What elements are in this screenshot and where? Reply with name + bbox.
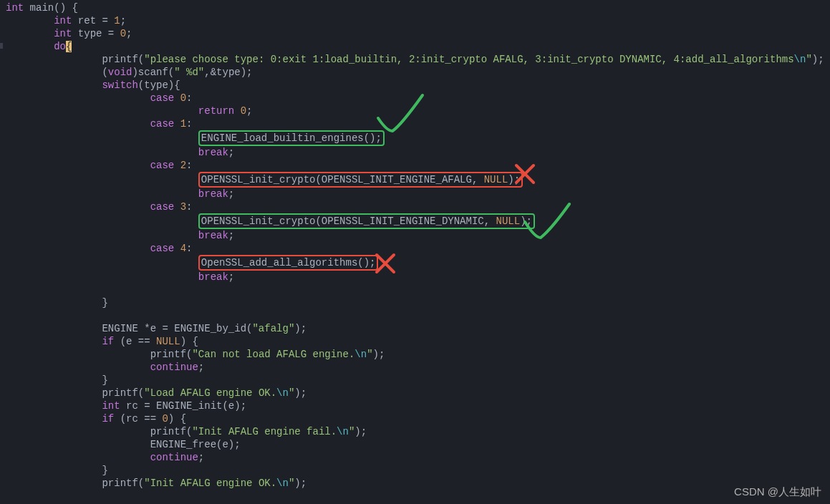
keyword-if: if bbox=[102, 336, 114, 347]
null-const: NULL bbox=[496, 215, 521, 227]
fn-printf: printf bbox=[102, 54, 137, 65]
keyword-int: int bbox=[54, 15, 72, 26]
keyword-do: do bbox=[54, 41, 66, 52]
number: 1 bbox=[114, 15, 120, 26]
number: 0 bbox=[162, 413, 168, 425]
keyword-case: case bbox=[150, 118, 175, 130]
string: "Init AFALG engine OK. bbox=[144, 478, 276, 489]
string: "Can not load AFALG engine. bbox=[192, 349, 354, 360]
text: main() { bbox=[24, 2, 78, 14]
escape: \n bbox=[337, 426, 349, 437]
text: (e == bbox=[114, 336, 156, 347]
keyword-int: int bbox=[102, 400, 120, 412]
string: " %d" bbox=[174, 67, 204, 78]
fn-printf: printf bbox=[150, 349, 186, 360]
string-end: " bbox=[349, 426, 354, 437]
string-end: " bbox=[289, 478, 294, 489]
keyword-switch: switch bbox=[102, 79, 137, 91]
code-editor[interactable]: int main() { int ret = 1; int type = 0; … bbox=[0, 1, 830, 504]
number: 1 bbox=[180, 118, 186, 130]
gutter-marker bbox=[0, 43, 3, 49]
string-end: " bbox=[367, 349, 372, 360]
null-const: NULL bbox=[156, 336, 180, 347]
code-call: OPENSSL_init_crypto(OPENSSL_INIT_ENGINE_… bbox=[201, 215, 496, 227]
string-end: " bbox=[806, 54, 811, 65]
number: 0 bbox=[120, 28, 126, 39]
cursor-brace: { bbox=[66, 41, 72, 52]
keyword-break: break bbox=[198, 230, 228, 241]
text: ); bbox=[520, 215, 532, 227]
text: ENGINE_free(e); bbox=[150, 439, 241, 450]
number: 4 bbox=[180, 243, 186, 254]
escape: \n bbox=[354, 349, 367, 360]
fn-printf: printf bbox=[150, 426, 186, 437]
keyword-break: break bbox=[198, 188, 228, 200]
escape: \n bbox=[276, 387, 289, 399]
text: ) { bbox=[168, 413, 186, 425]
fn-printf: printf bbox=[102, 387, 137, 399]
keyword-continue: continue bbox=[150, 362, 198, 373]
keyword-case: case bbox=[150, 160, 175, 171]
text: ); bbox=[294, 323, 307, 334]
text: type = bbox=[72, 28, 120, 39]
escape: \n bbox=[794, 54, 806, 65]
text: (type){ bbox=[138, 79, 180, 91]
highlight-box-green: OPENSSL_init_crypto(OPENSSL_INIT_ENGINE_… bbox=[198, 213, 535, 229]
fn-printf: printf bbox=[102, 478, 137, 489]
keyword-case: case bbox=[150, 92, 175, 104]
code-call: ENGINE_load_builtin_engines(); bbox=[201, 132, 382, 144]
keyword-case: case bbox=[150, 201, 175, 213]
keyword-int: int bbox=[6, 2, 24, 14]
number: 0 bbox=[241, 105, 246, 117]
string: "Load AFALG engine OK. bbox=[144, 387, 276, 399]
highlight-box-red: OPENSSL_init_crypto(OPENSSL_INIT_ENGINE_… bbox=[198, 172, 523, 188]
number: 3 bbox=[180, 201, 186, 213]
keyword-case: case bbox=[150, 243, 175, 254]
highlight-box-red: OpenSSL_add_all_algorithms(); bbox=[198, 255, 379, 271]
text: ENGINE *e = ENGINE_by_id( bbox=[102, 323, 252, 334]
keyword-if: if bbox=[102, 413, 114, 425]
null-const: NULL bbox=[484, 174, 508, 185]
keyword-return: return bbox=[198, 105, 234, 117]
text: ret = bbox=[72, 15, 114, 26]
text: ); bbox=[508, 174, 520, 185]
code-call: OPENSSL_init_crypto(OPENSSL_INIT_ENGINE_… bbox=[201, 174, 484, 185]
string-end: " bbox=[289, 387, 294, 399]
keyword-int: int bbox=[54, 28, 72, 39]
keyword-break: break bbox=[198, 147, 228, 158]
highlight-box-green: ENGINE_load_builtin_engines(); bbox=[198, 130, 385, 146]
text: rc = ENGINE_init(e); bbox=[120, 400, 246, 412]
string: "Init AFALG engine fail. bbox=[192, 426, 337, 437]
string: "afalg" bbox=[252, 323, 294, 334]
watermark-text: CSDN @人生如叶 bbox=[734, 485, 821, 498]
text: (rc == bbox=[114, 413, 162, 425]
escape: \n bbox=[276, 478, 289, 489]
text: ,&type); bbox=[204, 67, 252, 78]
keyword-break: break bbox=[198, 271, 228, 283]
number: 2 bbox=[180, 160, 186, 171]
number: 0 bbox=[180, 92, 186, 104]
string: "please choose type: 0:exit 1:load_built… bbox=[144, 54, 793, 65]
keyword-void: void bbox=[108, 67, 132, 78]
fn-scanf: scanf bbox=[138, 67, 168, 78]
code-call: OpenSSL_add_all_algorithms(); bbox=[201, 257, 376, 268]
text: ) { bbox=[180, 336, 198, 347]
keyword-continue: continue bbox=[150, 452, 198, 463]
